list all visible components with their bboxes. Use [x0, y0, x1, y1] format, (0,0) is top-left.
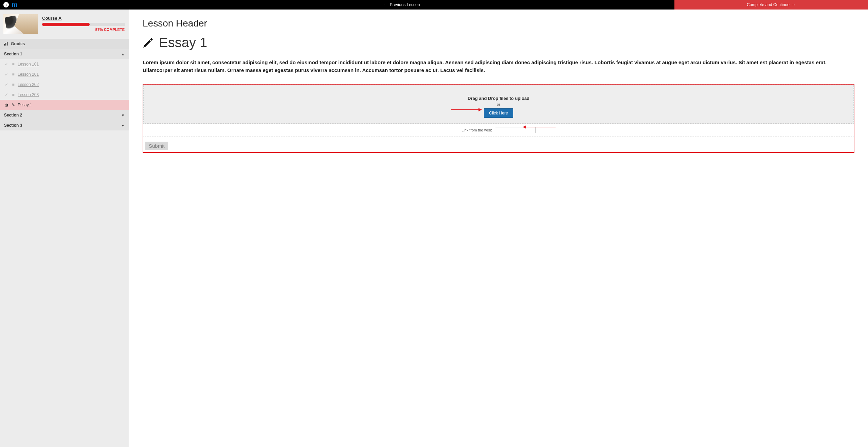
- lesson-label: Lesson 101: [18, 62, 39, 67]
- chevron-up-icon: ▲: [121, 52, 125, 56]
- document-icon: ■: [12, 82, 15, 87]
- link-from-web-row: Link from the web:: [143, 124, 854, 137]
- link-from-web-input[interactable]: [495, 127, 536, 133]
- complete-continue-button[interactable]: Complete and Continue →: [674, 0, 868, 10]
- lesson-label: Lesson 203: [18, 92, 39, 97]
- lesson-label: Essay 1: [18, 103, 32, 107]
- document-icon: ■: [12, 92, 15, 97]
- svg-rect-2: [7, 42, 8, 46]
- bar-chart-icon: [4, 42, 8, 46]
- chevron-down-icon: ▼: [121, 113, 125, 117]
- brand-logo[interactable]: m: [12, 1, 17, 9]
- lesson-item[interactable]: ✓ ■ Lesson 201: [0, 69, 129, 79]
- progress-label: 57% COMPLETE: [42, 28, 125, 32]
- section-2-title: Section 2: [4, 113, 22, 118]
- svg-rect-1: [5, 43, 6, 46]
- document-icon: ■: [12, 72, 15, 77]
- progress-bar: [42, 23, 125, 26]
- main-content: Lesson Header Essay 1 Lorem ipsum dolor …: [129, 10, 868, 447]
- course-title-link[interactable]: Course A: [42, 16, 61, 21]
- section-header-2[interactable]: Section 2 ▼: [0, 110, 129, 120]
- drop-title: Drag and Drop files to upload: [147, 96, 850, 101]
- check-circle-icon: ✓: [4, 62, 9, 67]
- back-button[interactable]: ‹: [3, 2, 9, 7]
- topbar-left: ‹ m: [0, 0, 129, 10]
- sidebar-grades[interactable]: Grades: [0, 39, 129, 49]
- upload-panel: Drag and Drop files to upload or Click H…: [143, 84, 854, 153]
- half-circle-icon: ◑: [4, 103, 9, 107]
- arrow-left-icon: ←: [384, 2, 388, 7]
- check-circle-icon: ✓: [4, 72, 9, 77]
- lesson-item[interactable]: ✓ ■ Lesson 202: [0, 79, 129, 90]
- drop-or: or: [147, 102, 850, 106]
- annotation-arrow-icon: [523, 127, 556, 127]
- chevron-left-icon: ‹: [5, 3, 6, 7]
- check-circle-icon: ✓: [4, 82, 9, 87]
- lesson-item[interactable]: ✓ ■ Lesson 203: [0, 90, 129, 100]
- pencil-icon: [143, 37, 153, 48]
- click-here-button[interactable]: Click Here: [484, 108, 513, 118]
- course-thumbnail[interactable]: [3, 14, 38, 34]
- check-circle-icon: ✓: [4, 92, 9, 97]
- section-header-3[interactable]: Section 3 ▼: [0, 120, 129, 130]
- complete-continue-label: Complete and Continue: [747, 2, 790, 7]
- course-header: Course A 57% COMPLETE: [0, 10, 129, 39]
- drop-zone[interactable]: Drag and Drop files to upload or Click H…: [143, 85, 854, 124]
- essay-title-row: Essay 1: [143, 35, 854, 50]
- topbar: ‹ m ← Previous Lesson Complete and Conti…: [0, 0, 868, 10]
- lesson-label: Lesson 201: [18, 72, 39, 77]
- lesson-item[interactable]: ✓ ■ Lesson 101: [0, 59, 129, 69]
- section-1-title: Section 1: [4, 52, 22, 56]
- annotation-arrow-icon: [451, 109, 482, 110]
- section-3-title: Section 3: [4, 123, 22, 128]
- sidebar: Course A 57% COMPLETE Grades Section 1 ▲…: [0, 10, 129, 447]
- submit-button[interactable]: Submit: [145, 142, 168, 150]
- document-icon: ■: [12, 62, 15, 67]
- progress-fill: [42, 23, 90, 26]
- essay-title: Essay 1: [159, 35, 207, 50]
- lesson-item-active[interactable]: ◑ ✎ Essay 1: [0, 100, 129, 110]
- chevron-down-icon: ▼: [121, 124, 125, 127]
- link-from-web-label: Link from the web:: [462, 128, 492, 132]
- essay-body: Lorem ipsum dolor sit amet, consectetur …: [143, 58, 854, 74]
- svg-rect-0: [4, 44, 5, 46]
- section-header-1[interactable]: Section 1 ▲: [0, 49, 129, 59]
- previous-lesson-label: Previous Lesson: [390, 2, 420, 7]
- pencil-icon: ✎: [12, 103, 15, 107]
- lesson-header: Lesson Header: [143, 18, 854, 29]
- grades-label: Grades: [11, 41, 25, 46]
- arrow-right-icon: →: [792, 2, 796, 7]
- lesson-label: Lesson 202: [18, 82, 39, 87]
- previous-lesson-button[interactable]: ← Previous Lesson: [129, 0, 674, 10]
